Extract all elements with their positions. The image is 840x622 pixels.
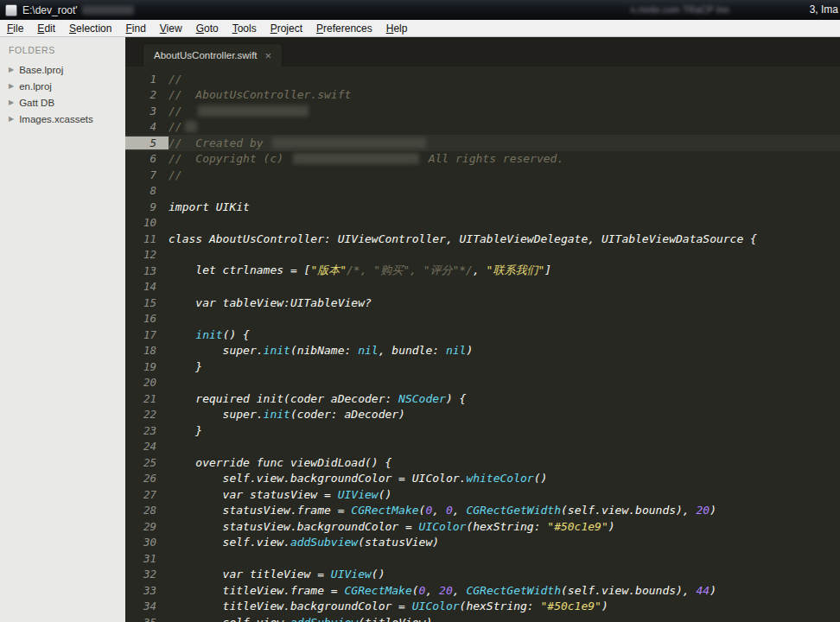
code-line-16[interactable]: 16	[125, 311, 840, 327]
code-segment: ,	[453, 584, 467, 597]
code-line-26[interactable]: 26 self.view.backgroundColor = UIColor.w…	[125, 471, 840, 487]
code-segment: ) {	[446, 392, 466, 405]
code-line-2[interactable]: 2// AboutUsController.swift	[125, 87, 840, 104]
line-number: 15	[125, 296, 169, 309]
code-line-4[interactable]: 4//	[125, 119, 840, 136]
sidebar-item-gatt-db[interactable]: ▶Gatt DB	[0, 94, 125, 111]
code-line-35[interactable]: 35 self.view.addSubview(titleView)	[125, 614, 840, 622]
code-segment: // Created by	[169, 136, 270, 149]
code-line-22[interactable]: 22 super.init(coder: aDecoder)	[125, 407, 840, 423]
line-number: 17	[125, 328, 169, 341]
code-segment: addSubview	[290, 616, 358, 622]
code-text: init() {	[169, 328, 250, 341]
code-line-25[interactable]: 25 override func viewDidLoad() {	[125, 454, 840, 471]
titlebar-corner-text: 3, Ima	[810, 3, 838, 16]
code-line-12[interactable]: 12	[125, 247, 840, 263]
chevron-right-icon[interactable]: ▶	[9, 83, 14, 90]
code-line-21[interactable]: 21 required init(coder aDecoder: NSCoder…	[125, 390, 840, 407]
code-segment: ()	[379, 488, 392, 501]
line-number: 11	[125, 232, 169, 245]
code-line-9[interactable]: 9import UIKit	[125, 199, 840, 215]
line-number: 35	[125, 616, 169, 622]
code-line-14[interactable]: 14	[125, 279, 840, 295]
code-area[interactable]: 1//2// AboutUsController.swift3// 4//5//…	[125, 67, 840, 622]
code-text: self.view.addSubview(titleView)	[169, 616, 432, 622]
tab-aboutuscontroller-swift[interactable]: AboutUsController.swift ×	[143, 43, 283, 67]
menu-selection[interactable]: Selection	[62, 21, 118, 36]
code-line-15[interactable]: 15 var tableView:UITableView?	[125, 295, 840, 311]
code-segment: )	[466, 344, 473, 357]
app-icon	[5, 4, 17, 16]
code-line-18[interactable]: 18 super.init(nibName: nil, bundle: nil)	[125, 343, 840, 359]
code-line-13[interactable]: 13 let ctrlnames = ["版本"/*, "购买", "评分"*/…	[125, 263, 840, 279]
code-segment: UIColor	[419, 520, 467, 533]
code-segment: "版本"	[310, 263, 347, 276]
code-line-7[interactable]: 7//	[125, 167, 840, 183]
code-line-8[interactable]: 8	[125, 183, 840, 200]
line-number: 4	[125, 120, 169, 133]
sidebar-item-base-lproj[interactable]: ▶Base.lproj	[0, 61, 125, 78]
main-area: FOLDERS ▶Base.lproj▶en.lproj▶Gatt DB▶Ima…	[0, 37, 840, 622]
menu-find[interactable]: Find	[118, 21, 152, 36]
menu-goto[interactable]: Goto	[189, 21, 226, 36]
code-text: class AboutUsController: UIViewControlle…	[169, 232, 757, 245]
menu-project[interactable]: Project	[264, 21, 309, 36]
sidebar-item-images-xcassets[interactable]: ▶Images.xcassets	[0, 111, 125, 127]
code-line-29[interactable]: 29 statusView.backgroundColor = UIColor(…	[125, 518, 840, 535]
code-line-20[interactable]: 20	[125, 375, 840, 391]
code-segment: import UIKit	[169, 200, 250, 213]
code-line-27[interactable]: 27 var statusView = UIView()	[125, 486, 840, 503]
code-segment: UIView	[331, 568, 372, 581]
line-number: 20	[125, 376, 169, 389]
code-line-17[interactable]: 17 init() {	[125, 327, 840, 343]
code-segment: () {	[223, 328, 250, 341]
chevron-right-icon[interactable]: ▶	[9, 116, 14, 123]
menu-help[interactable]: Help	[379, 21, 415, 36]
chevron-right-icon[interactable]: ▶	[9, 99, 14, 106]
code-segment: titleView.backgroundColor =	[169, 600, 412, 612]
code-line-6[interactable]: 6// Copyright (c) All rights reserved.	[125, 151, 840, 168]
code-line-10[interactable]: 10	[125, 215, 840, 232]
sidebar-item-en-lproj[interactable]: ▶en.lproj	[0, 78, 125, 94]
menu-edit[interactable]: Edit	[30, 21, 62, 36]
code-line-3[interactable]: 3//	[125, 103, 840, 119]
code-line-1[interactable]: 1//	[125, 71, 840, 87]
code-segment	[169, 328, 195, 341]
folder-label: en.lproj	[19, 81, 52, 92]
code-line-32[interactable]: 32 var titleView = UIView()	[125, 567, 840, 583]
titlebar[interactable]: E:\dev_root' n.mnbr.com TRaCP Inn 3, Ima	[0, 0, 840, 20]
code-segment: ,	[453, 504, 467, 517]
code-segment: CGRectMake	[345, 584, 412, 597]
code-line-24[interactable]: 24	[125, 439, 840, 455]
menu-tools[interactable]: Tools	[226, 21, 264, 36]
code-text: //	[169, 73, 182, 86]
folder-label: Images.xcassets	[19, 114, 93, 124]
menu-file[interactable]: File	[0, 21, 30, 36]
code-line-31[interactable]: 31	[125, 550, 840, 567]
chevron-right-icon[interactable]: ▶	[9, 67, 14, 73]
code-line-28[interactable]: 28 statusView.frame = CGRectMake(0, 0, C…	[125, 503, 840, 519]
code-segment: }	[169, 424, 202, 437]
code-line-30[interactable]: 30 self.view.addSubview(statusView)	[125, 535, 840, 551]
line-number: 2	[125, 88, 169, 101]
folders-heading: FOLDERS	[0, 43, 125, 61]
code-line-23[interactable]: 23 }	[125, 422, 840, 439]
code-line-19[interactable]: 19 }	[125, 359, 840, 375]
code-segment: 20	[439, 584, 453, 597]
code-line-5[interactable]: 5// Created by	[125, 135, 840, 151]
code-text: // Copyright (c) All rights reserved.	[169, 152, 563, 165]
code-line-34[interactable]: 34 titleView.backgroundColor = UIColor(h…	[125, 599, 840, 615]
code-segment: self.view.backgroundColor = UIColor.	[169, 472, 466, 485]
code-segment: //	[169, 120, 182, 133]
tab-close-icon[interactable]: ×	[265, 50, 272, 61]
tab-label: AboutUsController.swift	[154, 50, 258, 60]
menu-view[interactable]: View	[153, 21, 189, 36]
code-segment: 20	[697, 504, 710, 517]
code-text: let ctrlnames = ["版本"/*, "购买", "评分"*/, "…	[169, 263, 551, 278]
code-text: }	[169, 360, 202, 373]
code-line-33[interactable]: 33 titleView.frame = CGRectMake(0, 20, C…	[125, 582, 840, 599]
menubar: FileEditSelectionFindViewGotoToolsProjec…	[0, 20, 840, 37]
menu-preferences[interactable]: Preferences	[309, 21, 379, 36]
code-line-11[interactable]: 11class AboutUsController: UIViewControl…	[125, 231, 840, 247]
code-text: // AboutUsController.swift	[169, 88, 351, 101]
